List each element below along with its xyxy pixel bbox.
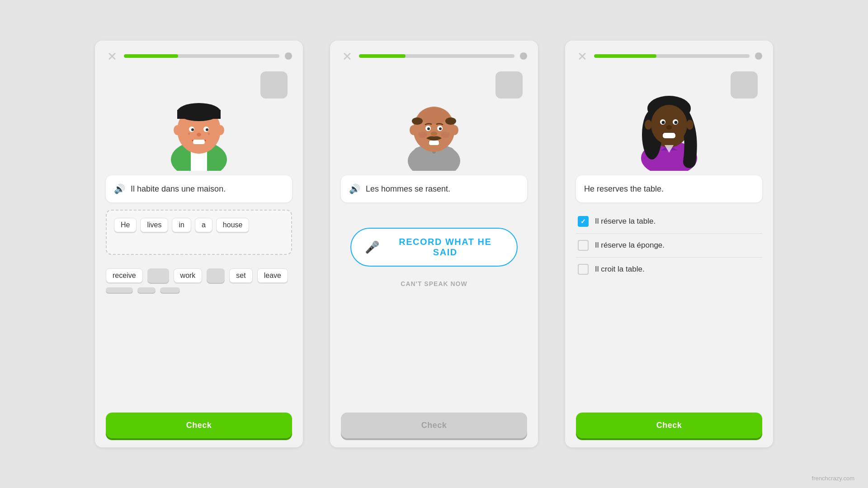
progress-dot-2 [520, 52, 527, 60]
bank-word-hidden-3 [106, 287, 133, 293]
close-button-1[interactable] [106, 50, 118, 62]
mc-option-label-1: Il réserve la table. [595, 217, 656, 226]
bank-word-leave[interactable]: leave [257, 268, 288, 283]
svg-point-8 [191, 128, 194, 131]
panel-word-arrange: 🔊 Il habite dans une maison. He lives in… [95, 41, 303, 447]
svg-rect-28 [429, 141, 439, 145]
progress-bar-3 [594, 54, 750, 58]
svg-point-39 [651, 105, 687, 145]
svg-point-15 [217, 125, 224, 135]
svg-point-44 [666, 125, 672, 130]
answer-area-1[interactable]: He lives in a house [106, 210, 292, 255]
watermark: frenchcrazy.com [812, 475, 854, 482]
svg-point-20 [418, 108, 450, 124]
answer-word-he[interactable]: He [114, 218, 137, 232]
mic-icon: 🎤 [365, 240, 380, 254]
svg-point-43 [675, 121, 678, 124]
bank-word-work[interactable]: work [174, 268, 203, 283]
avatar-badge-3 [731, 71, 758, 99]
answer-word-house[interactable]: house [216, 218, 250, 232]
svg-point-32 [441, 131, 450, 138]
record-label: RECORD WHAT HE SAID [387, 237, 503, 258]
mc-option-label-3: Il croit la table. [595, 265, 645, 274]
svg-point-42 [662, 121, 665, 124]
panels-container: 🔊 Il habite dans une maison. He lives in… [0, 0, 868, 488]
svg-point-26 [439, 127, 442, 130]
bank-word-hidden-2 [207, 268, 225, 283]
bank-word-set[interactable]: set [229, 268, 252, 283]
sentence-box-2: 🔊 Les hommes se rasent. [341, 175, 527, 202]
mc-option-label-2: Il réserve la éponge. [595, 241, 665, 250]
record-button[interactable]: 🎤 RECORD WHAT HE SAID [350, 228, 518, 267]
options-container: Il réserve la table. Il réserve la épong… [576, 210, 762, 281]
mc-option-1[interactable]: Il réserve la table. [576, 210, 762, 234]
checkbox-2[interactable] [578, 240, 589, 251]
check-button-1[interactable]: Check [106, 413, 292, 438]
avatar-male-young [158, 76, 240, 171]
avatar-badge-1 [260, 71, 288, 99]
svg-rect-5 [177, 110, 221, 119]
avatar-area-3 [576, 67, 762, 171]
svg-point-47 [686, 120, 693, 130]
bank-word-hidden-4 [137, 287, 156, 293]
mc-option-2[interactable]: Il réserve la éponge. [576, 234, 762, 258]
svg-rect-45 [663, 133, 675, 138]
check-button-3[interactable]: Check [576, 413, 762, 438]
svg-point-14 [174, 125, 181, 135]
svg-point-27 [431, 131, 437, 136]
check-button-2: Check [341, 413, 527, 438]
top-bar-1 [106, 50, 292, 62]
avatar-area-1 [106, 67, 292, 171]
top-bar-2 [341, 50, 527, 62]
progress-fill-2 [359, 54, 406, 58]
answer-word-in[interactable]: in [172, 218, 191, 232]
panel-multiple-choice: He reserves the table. Il réserve la tab… [565, 41, 773, 447]
speaker-icon-1[interactable]: 🔊 [114, 183, 125, 194]
speaker-icon-2[interactable]: 🔊 [349, 183, 360, 194]
top-bar-3 [576, 50, 762, 62]
svg-point-29 [410, 125, 417, 135]
avatar-badge-2 [495, 71, 523, 99]
svg-point-10 [197, 133, 201, 136]
answer-word-lives[interactable]: lives [140, 218, 168, 232]
sentence-text-2: Les hommes se rasent. [366, 184, 450, 194]
progress-bar-2 [359, 54, 514, 58]
checkbox-1[interactable] [578, 216, 589, 227]
bank-word-receive[interactable]: receive [106, 268, 143, 283]
sentence-text-1: Il habite dans une maison. [131, 184, 226, 194]
svg-rect-11 [193, 140, 205, 144]
panel-record: 🔊 Les hommes se rasent. 🎤 RECORD WHAT HE… [330, 41, 538, 447]
svg-point-22 [445, 117, 456, 125]
sentence-text-3: He reserves the table. [584, 184, 664, 194]
checkbox-3[interactable] [578, 264, 589, 275]
avatar-bald-male [396, 76, 472, 171]
answer-word-a[interactable]: a [195, 218, 212, 232]
bank-word-hidden-5 [160, 287, 180, 293]
progress-bar-1 [124, 54, 279, 58]
close-button-3[interactable] [576, 50, 589, 62]
cant-speak-button[interactable]: CAN'T SPEAK NOW [401, 280, 467, 287]
svg-point-31 [418, 131, 427, 138]
close-button-2[interactable] [341, 50, 354, 62]
progress-fill-1 [124, 54, 178, 58]
svg-point-21 [412, 117, 423, 125]
svg-point-9 [206, 128, 208, 131]
svg-point-12 [188, 133, 190, 135]
sentence-box-1: 🔊 Il habite dans une maison. [106, 175, 292, 202]
progress-dot-1 [285, 52, 292, 60]
bank-word-hidden-1 [147, 268, 169, 283]
avatar-area-2 [341, 67, 527, 171]
progress-dot-3 [755, 52, 762, 60]
mc-option-3[interactable]: Il croit la table. [576, 258, 762, 281]
svg-point-13 [208, 133, 210, 135]
sentence-box-3: He reserves the table. [576, 175, 762, 202]
avatar-female [628, 71, 710, 171]
svg-point-46 [645, 120, 652, 130]
progress-fill-3 [594, 54, 656, 58]
svg-point-25 [427, 127, 430, 130]
svg-point-30 [451, 125, 458, 135]
word-bank-1: receive work set leave [106, 264, 292, 297]
